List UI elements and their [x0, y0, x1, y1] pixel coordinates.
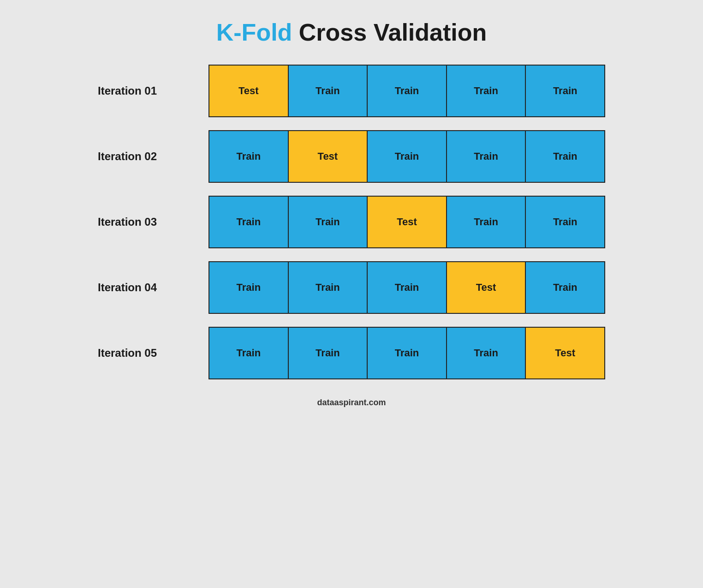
title-kfold: K-Fold	[216, 19, 292, 46]
fold-4-4: Test	[447, 262, 526, 313]
fold-2-3: Train	[368, 131, 447, 182]
iteration-label-4: Iteration 04	[98, 281, 195, 294]
iteration-label-2: Iteration 02	[98, 150, 195, 163]
fold-3-4: Train	[447, 197, 526, 247]
iteration-row: Iteration 01TestTrainTrainTrainTrain	[98, 65, 605, 117]
folds-container-1: TestTrainTrainTrainTrain	[209, 65, 605, 117]
iteration-row: Iteration 04TrainTrainTrainTestTrain	[98, 261, 605, 314]
fold-3-3: Test	[368, 197, 447, 247]
fold-5-2: Train	[289, 328, 368, 378]
fold-3-5: Train	[526, 197, 604, 247]
fold-4-1: Train	[209, 262, 289, 313]
fold-3-2: Train	[289, 197, 368, 247]
fold-2-2: Test	[289, 131, 368, 182]
iteration-row: Iteration 03TrainTrainTestTrainTrain	[98, 196, 605, 248]
fold-4-2: Train	[289, 262, 368, 313]
iteration-label-3: Iteration 03	[98, 216, 195, 228]
fold-1-1: Test	[209, 66, 289, 116]
iteration-row: Iteration 05TrainTrainTrainTrainTest	[98, 327, 605, 379]
fold-5-5: Test	[526, 328, 604, 378]
fold-5-1: Train	[209, 328, 289, 378]
iteration-label-5: Iteration 05	[98, 347, 195, 360]
page-title: K-Fold Cross Validation	[216, 18, 487, 46]
fold-1-5: Train	[526, 66, 604, 116]
folds-container-4: TrainTrainTrainTestTrain	[209, 261, 605, 314]
fold-2-1: Train	[209, 131, 289, 182]
footer: dataaspirant.com	[317, 398, 386, 408]
fold-1-4: Train	[447, 66, 526, 116]
folds-container-2: TrainTestTrainTrainTrain	[209, 130, 605, 183]
fold-5-4: Train	[447, 328, 526, 378]
iterations-container: Iteration 01TestTrainTrainTrainTrainIter…	[98, 65, 605, 379]
fold-3-1: Train	[209, 197, 289, 247]
fold-2-4: Train	[447, 131, 526, 182]
fold-5-3: Train	[368, 328, 447, 378]
fold-1-2: Train	[289, 66, 368, 116]
fold-2-5: Train	[526, 131, 604, 182]
fold-4-3: Train	[368, 262, 447, 313]
iteration-row: Iteration 02TrainTestTrainTrainTrain	[98, 130, 605, 183]
fold-4-5: Train	[526, 262, 604, 313]
title-rest: Cross Validation	[292, 19, 487, 46]
folds-container-3: TrainTrainTestTrainTrain	[209, 196, 605, 248]
fold-1-3: Train	[368, 66, 447, 116]
iteration-label-1: Iteration 01	[98, 84, 195, 97]
folds-container-5: TrainTrainTrainTrainTest	[209, 327, 605, 379]
